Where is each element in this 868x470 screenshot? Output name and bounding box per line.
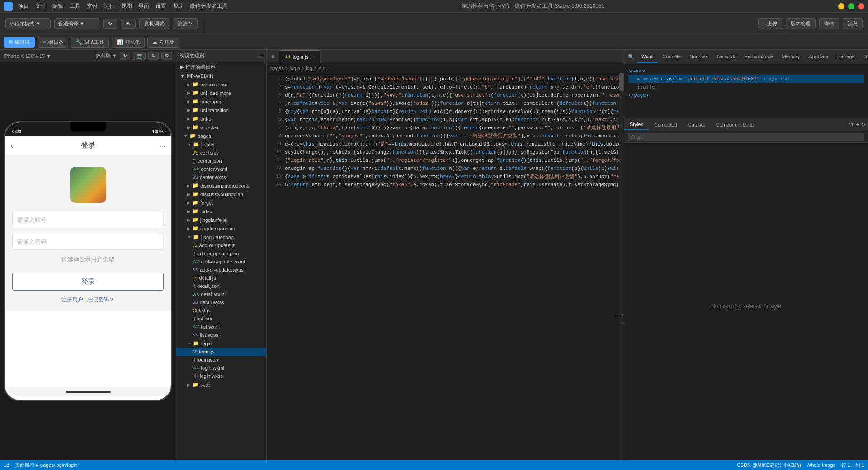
menu-payment[interactable]: 支付 xyxy=(87,2,98,10)
list-item[interactable]: ▶ 📁 index xyxy=(176,207,266,216)
list-item[interactable]: SS list.wxss xyxy=(176,331,266,339)
user-type-label[interactable]: 请选择登录用户类型 xyxy=(61,255,114,263)
list-item[interactable]: WX detail.wxml xyxy=(176,290,266,298)
menu-interface[interactable]: 界面 xyxy=(138,2,149,10)
tab-wxml[interactable]: Wxml xyxy=(637,51,658,63)
list-item[interactable]: {} login.json xyxy=(176,356,266,364)
tab-network[interactable]: Network xyxy=(712,51,740,63)
minimize-button[interactable] xyxy=(838,3,844,9)
editor-scrollbar[interactable]: 5.3 % xyxy=(619,73,624,470)
list-item[interactable]: ▶ 📁 uni-ui xyxy=(176,114,266,123)
mode-dropdown[interactable]: 小程序模式 ▼ xyxy=(5,18,51,29)
register-link[interactable]: 注册用户 xyxy=(61,296,83,303)
hotspot-btn[interactable]: 热截取 ▼ xyxy=(96,52,117,59)
list-item[interactable]: {} detail.json xyxy=(176,282,266,290)
camera-btn[interactable]: 📷 xyxy=(133,52,146,60)
devtools-dom-panel[interactable]: <page> ▶ <view class = "content data-v-7… xyxy=(624,64,868,118)
menu-edit[interactable]: 编辑 xyxy=(52,2,63,10)
rotate-btn[interactable]: ↻ xyxy=(120,52,130,60)
device-settings-btn[interactable]: ⚙ xyxy=(161,52,172,60)
list-item[interactable]: SS login.wxss xyxy=(176,372,266,380)
menu-file[interactable]: 文件 xyxy=(35,2,46,10)
root-folder[interactable]: ▼ MP-WEIXIN xyxy=(176,72,266,80)
list-item[interactable]: JS add-or-update.js xyxy=(176,241,266,249)
menu-help[interactable]: 帮助 xyxy=(173,2,184,10)
styles-tab-dataset[interactable]: Dataset xyxy=(683,120,711,129)
visual-tool[interactable]: 📊 可视化 xyxy=(112,37,145,48)
styles-tab-computed[interactable]: Computed xyxy=(649,120,683,129)
menu-wechat-dev[interactable]: 微信开发者工具 xyxy=(190,2,228,10)
upload-button[interactable]: ↑ 上传 xyxy=(758,18,783,29)
explorer-more-icon[interactable]: ··· xyxy=(259,53,263,59)
editor-tool[interactable]: ✏ 编辑器 xyxy=(38,37,68,48)
list-item[interactable]: {} center.json xyxy=(176,157,266,165)
device-selector[interactable]: iPhone X 100% 15 ▼ xyxy=(4,53,51,59)
list-item[interactable]: ▶ 📁 discussjingquhuodong xyxy=(176,181,266,190)
clean-button[interactable]: 清清存 xyxy=(173,18,198,29)
list-item[interactable]: ▶ 📁 jingdiangoupiao xyxy=(176,224,266,233)
styles-tab-styles[interactable]: Styles xyxy=(624,120,649,130)
tab-security[interactable]: Security xyxy=(859,51,868,63)
close-button[interactable] xyxy=(858,3,864,9)
device-refresh-btn[interactable]: ↻ xyxy=(148,52,159,60)
menu-tools[interactable]: 工具 xyxy=(70,2,80,10)
detail-button[interactable]: 详情 xyxy=(819,18,839,29)
open-editors-btn[interactable]: ▶ 打开的编辑器 xyxy=(176,62,266,72)
dom-line-after[interactable]: ::after xyxy=(628,83,864,91)
list-item[interactable]: ▶ 📁 uni-popup xyxy=(176,97,266,106)
version-mgmt-button[interactable]: 版本管理 xyxy=(786,18,816,29)
tab-storage[interactable]: Storage xyxy=(833,51,859,63)
list-item[interactable]: {} list.json xyxy=(176,315,266,323)
list-item[interactable]: WX center.wxml xyxy=(176,165,266,173)
cloud-tool[interactable]: ☁ 云开发 xyxy=(147,37,179,48)
message-button[interactable]: 消息 xyxy=(843,18,863,29)
menu-settings[interactable]: 设置 xyxy=(156,2,166,10)
list-item[interactable]: {} add-or-update.json xyxy=(176,249,266,258)
list-item[interactable]: JS list.js xyxy=(176,306,266,315)
styles-tab-component-data[interactable]: Component Data xyxy=(711,120,759,129)
list-item[interactable]: ▼ 📁 pages xyxy=(176,132,266,140)
debug-tool[interactable]: 🔧 调试工具 xyxy=(71,37,109,48)
list-item[interactable]: WX list.wxml xyxy=(176,323,266,331)
login-button[interactable]: 登录 xyxy=(12,273,164,291)
list-item[interactable]: ▶ 📁 jingdianfeilei xyxy=(176,216,266,224)
real-device-button[interactable]: 真机调试 xyxy=(139,18,169,29)
list-item[interactable]: ▶ 📁 uni-transition xyxy=(176,106,266,114)
list-item[interactable]: ▶ 📁 discusslyoujingdian xyxy=(176,190,266,198)
back-button[interactable]: ‹ xyxy=(10,141,13,150)
list-item[interactable]: ▼ 📁 login xyxy=(176,339,266,348)
tab-login-js[interactable]: JS login.js ✕ xyxy=(279,50,321,63)
tab-memory[interactable]: Memory xyxy=(778,51,805,63)
menu-run[interactable]: 运行 xyxy=(104,2,115,10)
menu-view[interactable]: 视图 xyxy=(121,2,132,10)
tab-performance[interactable]: Performance xyxy=(740,51,778,63)
dom-line-page[interactable]: <page> xyxy=(628,67,864,75)
refresh-button[interactable]: ↻ xyxy=(103,19,117,29)
tab-console[interactable]: Console xyxy=(658,51,685,63)
list-item[interactable]: ▼ 📁 jingquhuodong xyxy=(176,233,266,241)
list-item[interactable]: ▶ 📁 forget xyxy=(176,198,266,207)
list-item[interactable]: ▼ 📁 center xyxy=(176,140,266,149)
forget-link[interactable]: 忘记密码？ xyxy=(87,296,114,303)
editor-menu-icon[interactable]: ≡ xyxy=(267,50,279,63)
compile-dropdown[interactable]: 普通编译 ▼ xyxy=(54,18,99,29)
list-item[interactable]: WX add-or-update.wxml xyxy=(176,258,266,266)
more-button[interactable]: ··· xyxy=(160,142,165,150)
tab-close-icon[interactable]: ✕ xyxy=(311,54,315,59)
list-item[interactable]: ▶ 📁 uni-load-more xyxy=(176,89,266,97)
styles-filter-input[interactable] xyxy=(628,133,864,141)
list-item[interactable]: SS center.wxss xyxy=(176,173,266,181)
list-item[interactable]: SS add-or-update.wxss xyxy=(176,266,266,274)
tab-sources[interactable]: Sources xyxy=(685,51,712,63)
list-item[interactable]: JS center.js xyxy=(176,149,266,157)
add-style-icon[interactable]: + xyxy=(856,122,859,128)
list-item[interactable]: JS detail.js xyxy=(176,274,266,282)
code-area[interactable]: 1 (global["webpackJsonp"]=global["webpac… xyxy=(267,73,624,470)
list-item[interactable]: WX login.wxml xyxy=(176,364,266,372)
maximize-button[interactable] xyxy=(848,3,854,9)
editor-scrollbar-thumb[interactable] xyxy=(619,73,624,91)
username-input[interactable]: 请输入账号 xyxy=(12,212,164,228)
list-item[interactable]: ▶ 📁 mescroll-uni xyxy=(176,80,266,89)
list-item[interactable]: JS login.js xyxy=(176,348,266,356)
list-item[interactable]: SS detail.wxss xyxy=(176,298,266,306)
